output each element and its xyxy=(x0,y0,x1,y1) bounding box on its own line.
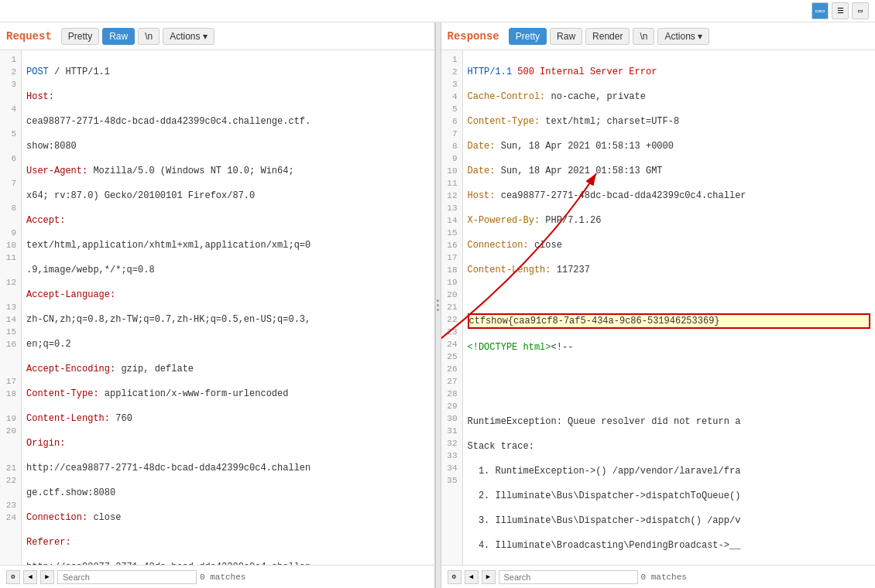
request-actions-btn[interactable]: Actions ▾ xyxy=(163,28,214,45)
request-line-4: Accept: xyxy=(26,214,430,227)
divider-dot-3 xyxy=(437,309,439,311)
response-search-settings-icon[interactable]: ⚙ xyxy=(448,570,462,584)
request-line-3b: x64; rv:87.0) Gecko/20100101 Firefox/87.… xyxy=(26,190,430,202)
resp-line-12: <!DOCTYPE html><!-- xyxy=(468,341,871,354)
resp-line-14 xyxy=(468,391,871,403)
resp-line-4: Date: Sun, 18 Apr 2021 01:58:13 +0000 xyxy=(468,140,871,152)
panel-divider[interactable] xyxy=(435,22,441,588)
resp-line-6: Host: cea98877-2771-48dc-bcad-dda42399c0… xyxy=(468,190,871,202)
request-line-2c: show:8080 xyxy=(26,140,430,152)
request-line-4b: text/html,application/xhtml+xml,applicat… xyxy=(26,239,430,251)
request-prev-btn[interactable]: ◀ xyxy=(23,570,37,584)
request-bottom-section: ⚙ ◀ ▶ 0 matches xyxy=(6,570,428,584)
resp-line-3: Content-Type: text/html; charset=UTF-8 xyxy=(468,115,871,128)
resp-line-20: 4. Illuminate\Broadcasting\PendingBroadc… xyxy=(468,539,871,552)
response-actions-btn[interactable]: Actions ▾ xyxy=(657,28,709,45)
chevron-down-icon: ▾ xyxy=(203,31,208,42)
request-line-4c: .9,image/webp,*/*;q=0.8 xyxy=(26,264,430,276)
top-toolbar: ▭▭ ☰ ▭ xyxy=(0,0,875,22)
request-line-1: POST / HTTP/1.1 xyxy=(26,66,430,78)
response-bottom-bar: ⚙ ◀ ▶ 0 matches xyxy=(441,565,876,588)
resp-line-2: Cache-Control: no-cache, private xyxy=(468,91,871,103)
request-search-input[interactable] xyxy=(57,570,197,584)
request-line-9b: http://cea98877-2771-48dc-bcad-dda42399c… xyxy=(26,462,430,474)
request-line-10: Connection: close xyxy=(26,511,430,524)
request-panel: Request Pretty Raw \n Actions ▾ 1234 45 … xyxy=(0,22,435,588)
request-line-11: Referer: xyxy=(26,536,430,549)
divider-dot-2 xyxy=(437,304,439,306)
chevron-down-icon-response: ▾ xyxy=(698,31,702,42)
request-panel-title: Request xyxy=(6,30,58,43)
request-line-9c: ge.ctf.show:8080 xyxy=(26,487,430,499)
response-code[interactable]: HTTP/1.1 500 Internal Server Error Cache… xyxy=(463,50,876,565)
request-line-5b: zh-CN,zh;q=0.8,zh-TW;q=0.7,zh-HK;q=0.5,e… xyxy=(26,313,430,326)
response-newline-btn[interactable]: \n xyxy=(633,28,654,45)
request-line-8: Content-Length: 760 xyxy=(26,412,430,425)
resp-line-10 xyxy=(468,289,871,301)
request-line-3: User-Agent: Mozilla/5.0 (Windows NT 10.0… xyxy=(26,165,430,177)
request-search-settings-icon[interactable]: ⚙ xyxy=(6,570,20,584)
resp-line-7: X-Powered-By: PHP/7.1.26 xyxy=(468,214,871,227)
resp-line-15: RuntimeException: Queue resolver did not… xyxy=(468,415,871,428)
response-panel: Response Pretty Raw Render \n Actions ▾ … xyxy=(441,22,876,588)
request-line-5c: en;q=0.2 xyxy=(26,338,430,350)
resp-line-19: 3. Illuminate\Bus\Dispatcher->dispatch()… xyxy=(468,514,871,527)
response-search-input[interactable] xyxy=(499,570,638,584)
request-content-area: 1234 45 56 67 78 89 9 10 11- 12 - 13 14 … xyxy=(0,50,434,565)
response-next-btn[interactable]: ▶ xyxy=(482,570,496,584)
request-line-2: Host: xyxy=(26,91,430,103)
response-matches: 0 matches xyxy=(641,573,687,582)
request-panel-header: Request Pretty Raw \n Actions ▾ xyxy=(0,22,434,50)
resp-line-8: Connection: close xyxy=(468,239,871,251)
resp-line-9: Content-Length: 117237 xyxy=(468,264,871,276)
request-matches: 0 matches xyxy=(200,573,245,582)
request-line-6: Accept-Encoding: gzip, deflate xyxy=(26,363,430,375)
divider-dot-1 xyxy=(437,299,439,302)
response-render-btn[interactable]: Render xyxy=(585,28,630,45)
request-line-9: Origin: xyxy=(26,437,430,450)
request-raw-btn[interactable]: Raw xyxy=(102,28,135,45)
response-line-numbers: 12345 678910 1112131415 1617181920 21222… xyxy=(441,50,463,565)
resp-line-18: 2. Illuminate\Bus\Dispatcher->dispatchTo… xyxy=(468,490,871,502)
request-line-2b: cea98877-2771-48dc-bcad-dda42399c0c4.cha… xyxy=(26,115,430,128)
resp-line-11-ctf: ctfshow{caa91cf8-7af5-434a-9c86-53194625… xyxy=(468,313,871,329)
request-code[interactable]: POST / HTTP/1.1 Host: cea98877-2771-48dc… xyxy=(22,50,434,565)
request-line-7: Content-Type: application/x-www-form-url… xyxy=(26,388,430,400)
request-bottom-bar: ⚙ ◀ ▶ 0 matches xyxy=(0,565,434,588)
resp-line-16: Stack trace: xyxy=(468,440,871,453)
response-panel-header: Response Pretty Raw Render \n Actions ▾ xyxy=(441,22,876,50)
list-view-icon[interactable]: ☰ xyxy=(832,2,849,19)
response-content-area: 12345 678910 1112131415 1617181920 21222… xyxy=(441,50,876,565)
split-view-icon[interactable]: ▭▭ xyxy=(812,2,829,19)
single-view-icon[interactable]: ▭ xyxy=(852,2,869,19)
request-newline-btn[interactable]: \n xyxy=(138,28,160,45)
resp-line-17: 1. RuntimeException->() /app/vendor/lara… xyxy=(468,465,871,477)
response-panel-title: Response xyxy=(448,30,506,43)
request-pretty-btn[interactable]: Pretty xyxy=(61,28,99,45)
resp-line-5: Date: Sun, 18 Apr 2021 01:58:13 GMT xyxy=(468,165,871,177)
response-pretty-btn[interactable]: Pretty xyxy=(509,28,547,45)
request-line-5: Accept-Language: xyxy=(26,289,430,301)
request-next-btn[interactable]: ▶ xyxy=(40,570,54,584)
resp-line-13 xyxy=(468,366,871,378)
resp-line-1: HTTP/1.1 500 Internal Server Error xyxy=(468,66,871,78)
request-line-numbers: 1234 45 56 67 78 89 9 10 11- 12 - 13 14 … xyxy=(0,50,22,565)
response-bottom-section: ⚙ ◀ ▶ 0 matches xyxy=(448,570,870,584)
response-raw-btn[interactable]: Raw xyxy=(550,28,582,45)
response-prev-btn[interactable]: ◀ xyxy=(465,570,479,584)
